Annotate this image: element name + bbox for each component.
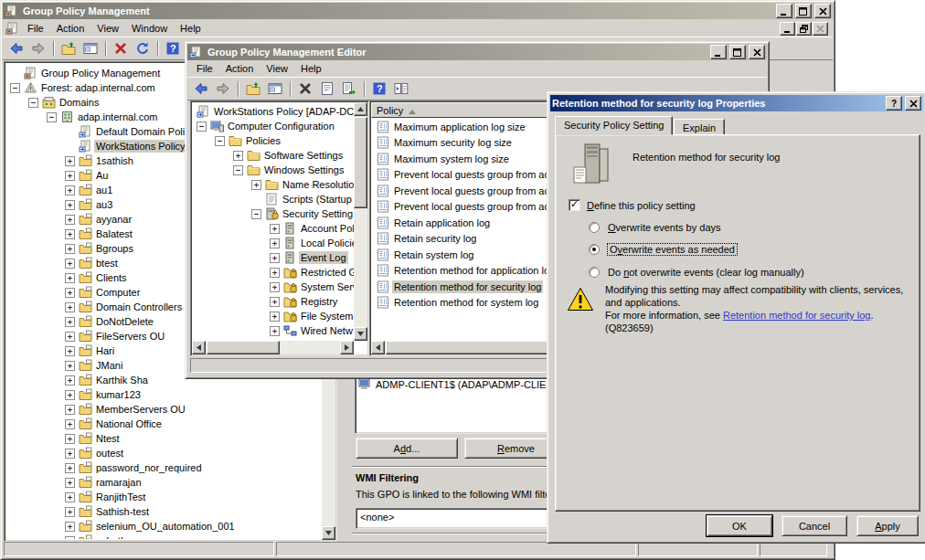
dialog-help-button[interactable]: ?	[886, 96, 902, 111]
main-titlebar[interactable]: Group Policy Management	[3, 3, 833, 19]
expand-icon[interactable]: +	[65, 492, 75, 502]
forward-toolbar-button[interactable]	[28, 39, 48, 58]
properties-toolbar-button[interactable]	[317, 79, 337, 98]
console-window-toolbar-button[interactable]	[80, 39, 101, 58]
tree-item[interactable]: −Computer Configuration	[193, 119, 354, 133]
radio-do-not-overwrite[interactable]	[589, 267, 600, 278]
editor-menu-file[interactable]: File	[190, 61, 219, 76]
up-folder-toolbar-button[interactable]	[58, 39, 79, 58]
expand-icon[interactable]: +	[270, 253, 280, 263]
expand-icon[interactable]: +	[65, 171, 75, 181]
expand-icon[interactable]: +	[270, 297, 280, 307]
mdi-restore-button[interactable]	[796, 22, 812, 36]
define-policy-checkbox[interactable]	[569, 199, 580, 211]
collapse-icon[interactable]: −	[215, 136, 225, 146]
editor-menu-help[interactable]: Help	[294, 61, 328, 76]
minimize-button[interactable]	[776, 4, 792, 18]
expand-icon[interactable]: +	[270, 312, 280, 322]
expand-icon[interactable]: +	[65, 390, 75, 400]
expand-icon[interactable]: +	[65, 288, 75, 298]
expand-icon[interactable]: +	[65, 185, 75, 195]
tree-item[interactable]: +National Office	[6, 417, 322, 431]
scroll-right-button[interactable]	[340, 341, 354, 354]
editor-menu-action[interactable]: Action	[219, 61, 260, 76]
tree-item[interactable]: +Sathish-test	[6, 504, 322, 519]
expand-icon[interactable]: +	[270, 326, 280, 336]
tree-item[interactable]: −Policies	[193, 133, 354, 148]
help-toolbar-button[interactable]: ?	[369, 79, 389, 98]
scroll-left-button[interactable]	[371, 341, 385, 354]
menu-window[interactable]: Window	[125, 21, 174, 36]
expand-icon[interactable]: +	[65, 346, 75, 356]
expand-icon[interactable]: +	[65, 332, 75, 342]
menu-file[interactable]: File	[21, 21, 50, 36]
tab-explain[interactable]: Explain	[674, 119, 725, 135]
forward-toolbar-button[interactable]	[213, 79, 233, 98]
tree-item[interactable]: WorkStations Policy [ADAP-DC1	[193, 104, 354, 119]
editor-tree-vertical-scrollbar[interactable]	[354, 102, 367, 341]
expand-icon[interactable]: +	[65, 419, 75, 429]
collapse-icon[interactable]: −	[197, 122, 207, 132]
scrollbar-thumb[interactable]	[207, 341, 280, 354]
radio-overwrite-by-days[interactable]	[589, 222, 600, 233]
expand-icon[interactable]: +	[65, 536, 75, 540]
scroll-down-button[interactable]	[322, 526, 335, 540]
collapse-icon[interactable]: −	[251, 209, 261, 219]
up-folder-toolbar-button[interactable]	[243, 79, 263, 98]
tree-item[interactable]: +subathra	[6, 534, 322, 539]
export-list-toolbar-button[interactable]	[339, 79, 359, 98]
console-window-toolbar-button[interactable]	[265, 79, 285, 98]
dialog-close-button[interactable]	[905, 96, 921, 111]
scrollbar-thumb[interactable]	[386, 341, 550, 354]
back-toolbar-button[interactable]	[6, 39, 27, 58]
scroll-left-button[interactable]	[192, 341, 206, 354]
expand-icon[interactable]: +	[65, 200, 75, 210]
expand-icon[interactable]: +	[65, 522, 75, 532]
tree-item[interactable]: +selenium_OU_automation_001	[6, 519, 322, 534]
tree-item[interactable]: +Wired Netw	[193, 323, 354, 338]
delete-black-toolbar-button[interactable]	[295, 79, 315, 98]
tree-item[interactable]: +password_nor_required	[6, 460, 322, 475]
tree-item[interactable]: Scripts (Startup	[193, 192, 354, 206]
tree-item[interactable]: +Local Policie	[193, 236, 354, 250]
tree-item[interactable]: −Windows Settings	[193, 163, 354, 177]
editor-minimize-button[interactable]	[710, 45, 727, 59]
expand-icon[interactable]: +	[65, 244, 75, 254]
tree-item[interactable]: +RanjithTest	[6, 490, 322, 504]
menu-help[interactable]: Help	[174, 21, 207, 36]
expand-icon[interactable]: +	[65, 302, 75, 312]
scroll-down-button[interactable]	[354, 327, 367, 341]
tree-item[interactable]: +Event Log	[193, 250, 354, 265]
back-toolbar-button[interactable]	[191, 79, 211, 98]
tree-item[interactable]: +MemberServers OU	[6, 402, 322, 417]
tree-item[interactable]: +Registry	[193, 294, 354, 309]
cancel-button[interactable]: Cancel	[781, 515, 847, 536]
expand-icon[interactable]: +	[65, 229, 75, 239]
expand-icon[interactable]: +	[65, 449, 75, 459]
expand-icon[interactable]: +	[270, 238, 280, 248]
tab-security-policy-setting[interactable]: Security Policy Setting	[555, 116, 673, 135]
mdi-minimize-button[interactable]	[780, 22, 795, 36]
delete-toolbar-button[interactable]	[111, 39, 131, 58]
tree-item[interactable]: +Software Settings	[193, 148, 354, 163]
expand-icon[interactable]: +	[270, 268, 280, 278]
dialog-titlebar[interactable]: Retention method for security log Proper…	[550, 95, 923, 111]
collapse-icon[interactable]: −	[10, 83, 20, 93]
tree-item[interactable]: −Security Setting	[193, 206, 354, 221]
expand-icon[interactable]: +	[65, 463, 75, 473]
expand-icon[interactable]: +	[65, 156, 75, 166]
tree-item[interactable]: +File System	[193, 309, 354, 323]
editor-maximize-button[interactable]	[729, 45, 746, 59]
show-report-toolbar-button[interactable]	[391, 79, 411, 98]
radio-overwrite-as-needed[interactable]	[589, 244, 600, 255]
editor-titlebar[interactable]: Group Policy Management Editor	[187, 44, 767, 60]
tree-item[interactable]: +Account Pol	[193, 221, 354, 236]
expand-icon[interactable]: +	[65, 434, 75, 444]
editor-tree-horizontal-scrollbar[interactable]	[192, 341, 354, 354]
expand-icon[interactable]: +	[233, 151, 243, 161]
editor-menu-view[interactable]: View	[260, 61, 294, 76]
tree-item[interactable]: +kumar123	[6, 387, 322, 402]
add-button[interactable]: Add...	[356, 438, 458, 459]
expand-icon[interactable]: +	[65, 317, 75, 327]
expand-icon[interactable]: +	[65, 361, 75, 371]
